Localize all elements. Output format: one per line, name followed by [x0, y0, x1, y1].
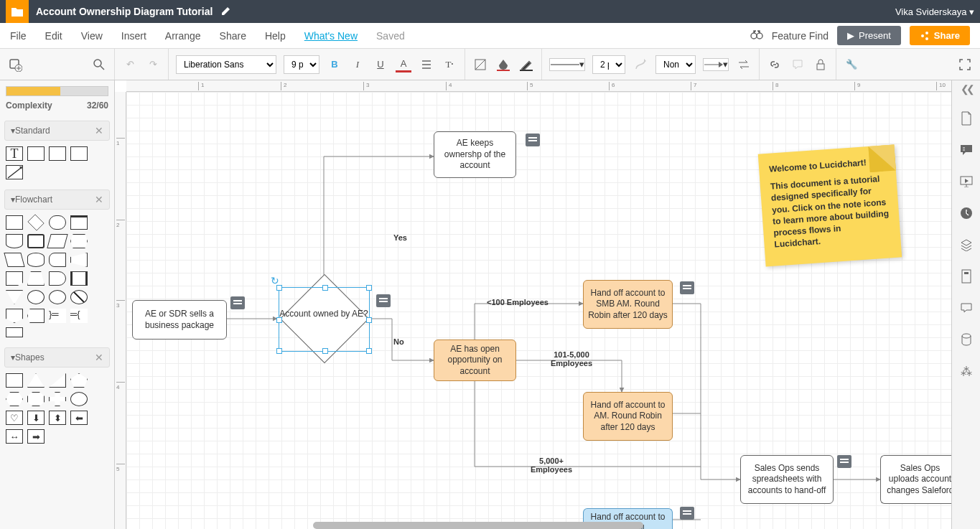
close-icon[interactable]: ✕: [95, 125, 103, 136]
share-button[interactable]: Share: [910, 26, 970, 45]
add-shape-icon[interactable]: [7, 57, 23, 72]
rotate-handle[interactable]: ↻: [271, 275, 279, 286]
shape-text[interactable]: T: [6, 146, 23, 161]
layers-icon[interactable]: [958, 237, 974, 253]
menu-help[interactable]: Help: [265, 30, 286, 42]
swap-arrows-icon[interactable]: [736, 57, 752, 72]
shape-note[interactable]: [49, 146, 66, 161]
shape-triangle[interactable]: [27, 373, 45, 388]
note-icon[interactable]: [680, 507, 694, 520]
node-open-opportunity[interactable]: AE has open opportunity on account: [434, 340, 516, 381]
note-icon[interactable]: [680, 281, 694, 294]
shape-block[interactable]: [70, 146, 88, 161]
shape-callout[interactable]: [27, 234, 45, 248]
shape-internal[interactable]: [70, 271, 88, 286]
menu-share[interactable]: Share: [220, 30, 246, 42]
node-hand-off-smb[interactable]: Hand off account to SMB AM. Round Robin …: [583, 280, 673, 329]
shape-hexagon2[interactable]: [6, 392, 23, 406]
menu-arrange[interactable]: Arrange: [165, 30, 201, 42]
text-options-icon[interactable]: T•: [442, 57, 457, 72]
panel-flowchart[interactable]: ▾ Flowchart✕: [4, 189, 110, 210]
shape-hexagon[interactable]: [70, 234, 88, 248]
horizontal-scrollbar[interactable]: [313, 522, 643, 529]
lock-icon[interactable]: [813, 57, 829, 72]
fill-color-icon[interactable]: [495, 57, 511, 72]
shape-offpage[interactable]: [6, 309, 23, 323]
shape-arrow-left[interactable]: ⬅: [70, 411, 88, 425]
panel-shapes[interactable]: ▾ Shapes✕: [4, 347, 110, 368]
rename-icon[interactable]: [221, 6, 231, 18]
shape-tape[interactable]: [70, 253, 88, 267]
shape-pentagon[interactable]: [70, 373, 88, 388]
shape-merge[interactable]: [6, 290, 23, 304]
link-icon[interactable]: [767, 57, 783, 72]
font-size-select[interactable]: 9 pt: [284, 55, 319, 74]
folder-icon[interactable]: [6, 0, 29, 23]
fill-none-icon[interactable]: [472, 57, 488, 72]
shape-terminator[interactable]: [49, 215, 66, 230]
note-icon[interactable]: [376, 294, 391, 307]
menu-whats-new[interactable]: What's New: [304, 30, 358, 42]
fullscreen-icon[interactable]: [957, 57, 973, 72]
shape-database[interactable]: [27, 253, 45, 267]
shape-sum[interactable]: [49, 290, 66, 304]
shape-connector[interactable]: [27, 290, 45, 304]
line-shape-icon[interactable]: [633, 57, 648, 72]
font-family-select[interactable]: Liberation Sans: [176, 55, 276, 74]
menu-file[interactable]: File: [10, 30, 27, 42]
shape-card[interactable]: [6, 271, 23, 286]
chat-icon[interactable]: [958, 300, 974, 316]
bold-icon[interactable]: B: [327, 57, 342, 72]
shape-cross[interactable]: [49, 392, 66, 406]
shape-rectangle[interactable]: [6, 373, 23, 388]
feature-find-label[interactable]: Feature Find: [772, 30, 829, 42]
user-menu[interactable]: Vika Sviderskaya ▾: [895, 6, 974, 17]
shape-arrow-down[interactable]: ⬇: [27, 411, 45, 425]
note-icon[interactable]: [526, 134, 540, 146]
close-icon[interactable]: ✕: [95, 352, 103, 363]
shape-rect[interactable]: [27, 146, 45, 161]
master-icon[interactable]: [958, 268, 974, 284]
comments-icon[interactable]: [958, 142, 974, 158]
node-hand-off-am[interactable]: Hand off account to AM. Round Robin afte…: [583, 392, 673, 441]
menu-view[interactable]: View: [81, 30, 103, 42]
node-sales-ops-upload[interactable]: Sales Ops uploads account changes Salefo…: [880, 455, 951, 504]
data-icon[interactable]: [958, 332, 974, 347]
shape-manual[interactable]: [27, 271, 45, 286]
document-title[interactable]: Account Ownership Diagram Tutorial: [36, 6, 213, 17]
note-icon[interactable]: [837, 455, 851, 468]
shape-cloud[interactable]: [70, 392, 88, 406]
menu-insert[interactable]: Insert: [121, 30, 146, 42]
binoculars-icon[interactable]: [750, 29, 763, 42]
shape-small[interactable]: [6, 327, 23, 337]
shape-line[interactable]: [6, 165, 23, 179]
shape-arrow-updown[interactable]: ⬍: [49, 411, 66, 425]
shape-display[interactable]: [49, 271, 66, 286]
node-decision[interactable]: Account owned by AE?: [277, 287, 370, 350]
italic-icon[interactable]: I: [350, 57, 365, 72]
note-icon[interactable]: [230, 296, 245, 309]
present-button[interactable]: ▶ Present: [837, 26, 901, 45]
page-icon[interactable]: [958, 111, 974, 126]
panel-standard[interactable]: ▾ Standard✕: [4, 121, 110, 141]
shape-decision[interactable]: [27, 214, 44, 230]
shape-predefined[interactable]: [70, 215, 88, 230]
undo-icon[interactable]: ↶: [122, 57, 138, 72]
shape-brace-right[interactable]: }═: [49, 309, 66, 323]
menu-edit[interactable]: Edit: [45, 30, 62, 42]
shape-or[interactable]: [70, 290, 88, 304]
redo-icon[interactable]: ↷: [145, 57, 161, 72]
shape-document[interactable]: [6, 234, 23, 248]
node-keep-owner[interactable]: AE keeps ownershp of the account: [434, 131, 516, 178]
welcome-sticky-note[interactable]: Welcome to Lucidchart! This document is …: [758, 145, 902, 267]
shape-io[interactable]: [4, 253, 24, 267]
line-width-select[interactable]: 2 px: [592, 55, 625, 74]
underline-icon[interactable]: U: [373, 57, 388, 72]
shape-process[interactable]: [6, 215, 23, 230]
search-icon[interactable]: [91, 57, 107, 72]
comment-icon[interactable]: [790, 57, 806, 72]
align-icon[interactable]: [419, 57, 434, 72]
line-style-select[interactable]: ▾: [549, 58, 585, 71]
node-sales-ops-send[interactable]: Sales Ops sends spreadsheets with accoun…: [740, 455, 834, 504]
shape-heart[interactable]: ♡: [6, 411, 23, 425]
